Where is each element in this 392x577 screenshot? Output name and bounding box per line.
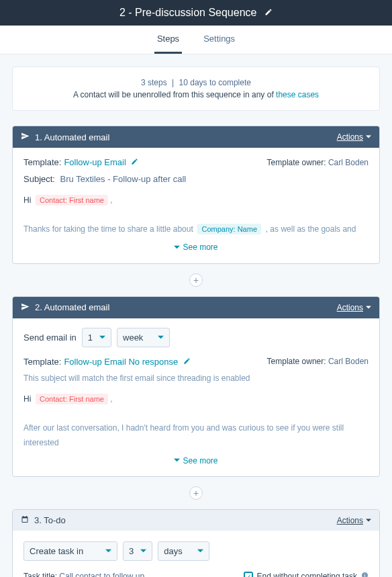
- chevron-down-icon: [366, 516, 371, 525]
- paper-plane-icon: [21, 302, 35, 313]
- template-label: Template:: [23, 157, 61, 167]
- owner-name: Carl Boden: [328, 158, 369, 167]
- chevron-down-icon: [158, 332, 164, 343]
- info-icon[interactable]: [361, 572, 369, 577]
- tabs-bar: Steps Settings: [0, 26, 392, 54]
- step-2-title: 2. Automated email: [35, 302, 337, 312]
- calendar-icon: [21, 515, 34, 525]
- step-3-title: 3. To-do: [34, 515, 337, 525]
- owner-label: Template owner:: [267, 357, 326, 366]
- owner-label: Template owner:: [267, 158, 326, 167]
- end-sequence-label: End without completing task: [257, 572, 357, 577]
- chevron-down-icon: [99, 332, 105, 343]
- owner-name: Carl Boden: [328, 357, 369, 366]
- unenroll-link[interactable]: these cases: [276, 90, 319, 99]
- delay-unit-select[interactable]: week: [117, 328, 170, 347]
- step-3-actions[interactable]: Actions: [337, 516, 371, 525]
- chevron-down-icon: [140, 546, 146, 556]
- add-step-button[interactable]: [189, 486, 203, 500]
- task-number-select[interactable]: 3: [123, 541, 152, 561]
- add-step-button[interactable]: [189, 273, 203, 287]
- template-link[interactable]: Follow-up Email No response: [64, 357, 190, 367]
- summary-steps: 3 steps: [141, 78, 167, 87]
- page-header: 2 - Pre-discussion Sequence: [0, 0, 392, 26]
- step-3-card: 3. To-do Actions Create task in 3 days: [12, 509, 380, 577]
- company-name-token: Company: Name: [197, 224, 261, 234]
- unenroll-text: A contact will be unenrolled from this s…: [73, 90, 276, 99]
- delay-number-select[interactable]: 1: [82, 328, 111, 347]
- subject-label: Subject:: [23, 174, 55, 184]
- chevron-down-icon: [366, 132, 371, 142]
- template-link[interactable]: Follow-up Email: [64, 157, 138, 167]
- pencil-icon: [128, 157, 138, 167]
- pencil-icon: [181, 357, 191, 367]
- pencil-icon[interactable]: [264, 8, 273, 18]
- sequence-summary: 3 steps | 10 days to complete A contact …: [12, 66, 380, 111]
- step-1-title: 1. Automated email: [35, 132, 337, 142]
- chevron-down-icon: [105, 546, 111, 556]
- delay-label: Send email in: [23, 332, 77, 343]
- template-label: Template:: [23, 357, 61, 367]
- email-preview: Hi Contact: First name , Thanks for taki…: [23, 193, 369, 237]
- step-1-card: 1. Automated email Actions Template: Fol…: [12, 126, 380, 264]
- see-more-button[interactable]: See more: [174, 242, 217, 252]
- step-2-actions[interactable]: Actions: [337, 303, 371, 312]
- create-task-select[interactable]: Create task in: [23, 541, 117, 561]
- task-unit-select[interactable]: days: [158, 541, 209, 561]
- step-2-header[interactable]: 2. Automated email Actions: [13, 297, 379, 318]
- chevron-down-icon: [197, 546, 203, 556]
- tab-settings[interactable]: Settings: [201, 26, 238, 54]
- end-sequence-checkbox[interactable]: [244, 572, 253, 577]
- contact-first-name-token: Contact: First name: [36, 195, 108, 206]
- step-2-card: 2. Automated email Actions Send email in…: [12, 296, 380, 477]
- step-1-actions[interactable]: Actions: [337, 132, 371, 142]
- tab-steps[interactable]: Steps: [154, 26, 182, 54]
- task-title-value: Call contact to follow up: [59, 572, 144, 577]
- subject-text: Bru Textiles - Follow-up after call: [60, 174, 187, 184]
- email-preview: Hi Contact: First name , After our last …: [23, 392, 369, 450]
- chevron-down-icon: [366, 303, 371, 312]
- contact-first-name-token: Contact: First name: [36, 394, 108, 404]
- paper-plane-icon: [21, 132, 35, 142]
- task-title-label: Task title:: [23, 572, 57, 577]
- step-3-header[interactable]: 3. To-do Actions: [13, 510, 379, 531]
- summary-duration: 10 days to complete: [179, 78, 251, 87]
- step-1-header[interactable]: 1. Automated email Actions: [13, 126, 379, 148]
- sequence-title: 2 - Pre-discussion Sequence: [119, 7, 257, 19]
- see-more-button[interactable]: See more: [174, 456, 217, 465]
- threading-note: This subject will match the first email …: [23, 373, 369, 383]
